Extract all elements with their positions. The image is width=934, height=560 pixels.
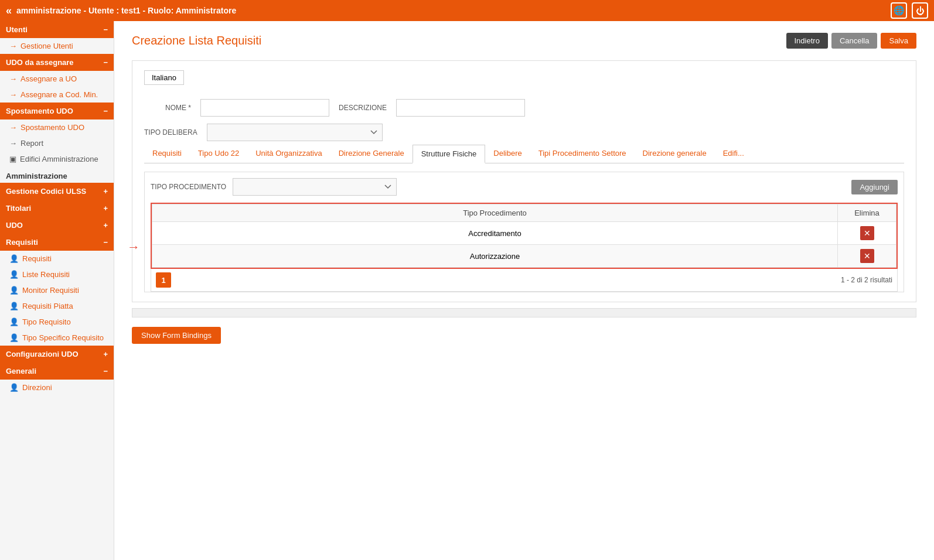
sidebar-section-utenti[interactable]: Utenti − <box>0 21 114 38</box>
tab-requisiti[interactable]: Requisiti <box>144 145 190 163</box>
sidebar-section-configurazioni[interactable]: Configurazioni UDO + <box>0 346 114 363</box>
user2-icon: 👤 <box>9 254 19 263</box>
sidebar-item-liste-requisiti[interactable]: 👤 Liste Requisiti <box>0 267 114 282</box>
elimina-autorizzazione[interactable]: ✕ <box>838 245 896 268</box>
tipo-accreditamento: Accreditamento <box>152 222 838 245</box>
user4-icon: 👤 <box>9 286 19 295</box>
lang-tab[interactable]: Italiano <box>144 70 184 85</box>
sidebar-section-udo-assegnare[interactable]: UDO da assegnare − <box>0 54 114 71</box>
tab-delibere[interactable]: Delibere <box>485 145 530 163</box>
plus-icon3: + <box>103 221 108 230</box>
sidebar-item-direzioni[interactable]: 👤 Direzioni <box>0 380 114 395</box>
sidebar-item-assegnare-cod[interactable]: → Assegnare a Cod. Min. <box>0 87 114 103</box>
tipo-delibera-label: TIPO DELIBERA <box>144 128 197 136</box>
sidebar-item-spostamento-udo[interactable]: → Spostamento UDO <box>0 119 114 135</box>
power-button[interactable]: ⏻ <box>912 2 928 19</box>
sidebar-section-titolari[interactable]: Titolari + <box>0 200 114 217</box>
chevron-left-icon[interactable]: « <box>6 5 12 17</box>
nome-input[interactable] <box>200 99 329 117</box>
pagination-row: 1 1 - 2 di 2 risultati <box>151 269 898 292</box>
tab-tipi-procedimento[interactable]: Tipi Procedimento Settore <box>530 145 635 163</box>
delete-accreditamento-button[interactable]: ✕ <box>860 226 874 240</box>
tipo-delibera-row: TIPO DELIBERA <box>144 124 904 141</box>
col-elimina: Elimina <box>838 204 896 222</box>
sidebar-amministrazione-title: Amministrazione <box>0 167 114 183</box>
delete-autorizzazione-button[interactable]: ✕ <box>860 249 874 263</box>
sidebar-gestione-codici-label: Gestione Codici ULSS <box>6 187 86 196</box>
header-buttons: Indietro Cancella Salva <box>786 33 917 49</box>
sidebar-item-tipo-requisito[interactable]: 👤 Tipo Requisito <box>0 314 114 330</box>
sidebar-item-edifici[interactable]: ▣ Edifici Amministrazione <box>0 151 114 167</box>
sidebar-configurazioni-label: Configurazioni UDO <box>6 350 79 358</box>
cancella-button[interactable]: Cancella <box>831 33 878 49</box>
sidebar-udo-assegnare-label: UDO da assegnare <box>6 58 74 67</box>
sidebar-item-requisiti-piatta[interactable]: 👤 Requisiti Piatta <box>0 298 114 314</box>
sidebar-item-assegnare-uo[interactable]: → Assegnare a UO <box>0 71 114 87</box>
sidebar-item-monitor-requisiti[interactable]: 👤 Monitor Requisiti <box>0 282 114 298</box>
sidebar-item-tipo-specifico[interactable]: 👤 Tipo Specifico Requisito <box>0 330 114 346</box>
aggiungi-button[interactable]: Aggiungi <box>851 180 898 194</box>
col-tipo-procedimento: Tipo Procedimento <box>152 204 838 222</box>
tab-strutture-fisiche[interactable]: Strutture Fisiche <box>413 145 486 163</box>
sidebar-section-requisiti[interactable]: Requisiti − <box>0 234 114 251</box>
sidebar-item-gestione-utenti[interactable]: → Gestione Utenti <box>0 38 114 54</box>
plus-icon: + <box>103 187 108 196</box>
arrow-icon: → <box>9 74 17 83</box>
sidebar-item-report[interactable]: → Report <box>0 135 114 151</box>
sidebar-requisiti-label: Requisiti <box>6 238 38 247</box>
globe-button[interactable]: 🌐 <box>891 2 907 19</box>
nome-descrizione-row: NOME * DESCRIZIONE <box>144 99 904 117</box>
top-bar-title: amministrazione - Utente : test1 - Ruolo… <box>16 6 236 15</box>
top-bar: « amministrazione - Utente : test1 - Ruo… <box>0 0 934 21</box>
table-wrapper: Tipo Procedimento Elimina Accreditamento… <box>151 203 898 269</box>
tabs-row: Requisiti Tipo Udo 22 Unità Organizzativ… <box>144 145 904 163</box>
data-table: Tipo Procedimento Elimina Accreditamento… <box>152 204 896 268</box>
plus-icon4: + <box>103 350 108 358</box>
arrow-icon2: → <box>9 90 17 99</box>
table-row: Autorizzazione ✕ <box>152 245 896 268</box>
minus-icon3: − <box>103 107 108 115</box>
sidebar-utenti-label: Utenti <box>6 25 28 34</box>
plus-icon2: + <box>103 204 108 213</box>
user5-icon: 👤 <box>9 302 19 310</box>
sidebar-titolari-label: Titolari <box>6 204 31 213</box>
tab-edifi[interactable]: Edifi... <box>715 145 752 163</box>
tab-direzione-generale[interactable]: Direzione Generale <box>330 145 413 163</box>
layout: Utenti − → Gestione Utenti UDO da assegn… <box>0 21 934 560</box>
descrizione-label: DESCRIZIONE <box>339 104 387 112</box>
tipo-procedimento-label: TIPO PROCEDIMENTO <box>151 183 227 191</box>
arrow-icon3: → <box>9 123 17 132</box>
user3-icon: 👤 <box>9 270 19 279</box>
minus-icon5: − <box>103 367 108 375</box>
elimina-accreditamento[interactable]: ✕ <box>838 222 896 245</box>
indietro-button[interactable]: Indietro <box>786 33 828 49</box>
user7-icon: 👤 <box>9 333 19 342</box>
sidebar-spostamento-label: Spostamento UDO <box>6 107 73 115</box>
user8-icon: 👤 <box>9 383 19 392</box>
sidebar-section-spostamento[interactable]: Spostamento UDO − <box>0 103 114 119</box>
minus-icon4: − <box>103 238 108 247</box>
user6-icon: 👤 <box>9 317 19 326</box>
sidebar-section-generali[interactable]: Generali − <box>0 363 114 380</box>
tipo-delibera-select[interactable] <box>207 124 383 141</box>
tab-unita-organizzativa[interactable]: Unità Organizzativa <box>247 145 330 163</box>
red-arrow: → <box>127 240 140 255</box>
arrow-icon4: → <box>9 139 17 148</box>
top-bar-left: « amministrazione - Utente : test1 - Ruo… <box>6 5 236 17</box>
sidebar-gestione-utenti-label: Gestione Utenti <box>21 42 73 50</box>
sidebar-item-requisiti[interactable]: 👤 Requisiti <box>0 251 114 267</box>
page-1-button[interactable]: 1 <box>156 272 171 288</box>
horizontal-scrollbar[interactable] <box>132 308 916 317</box>
minus-icon: − <box>103 25 108 34</box>
sidebar-section-gestione-codici[interactable]: Gestione Codici ULSS + <box>0 183 114 200</box>
tipo-procedimento-select[interactable] <box>233 178 397 196</box>
main-content: Creazione Lista Requisiti Indietro Cance… <box>114 21 934 560</box>
tab-direzione-generale2[interactable]: Direzione generale <box>635 145 715 163</box>
tab-tipo-udo[interactable]: Tipo Udo 22 <box>190 145 247 163</box>
nome-label: NOME * <box>144 104 191 112</box>
top-bar-right: 🌐 ⏻ <box>891 2 928 19</box>
sidebar-section-udo[interactable]: UDO + <box>0 217 114 234</box>
salva-button[interactable]: Salva <box>881 33 916 49</box>
descrizione-input[interactable] <box>396 99 525 117</box>
show-form-bindings-button[interactable]: Show Form Bindings <box>132 327 221 344</box>
